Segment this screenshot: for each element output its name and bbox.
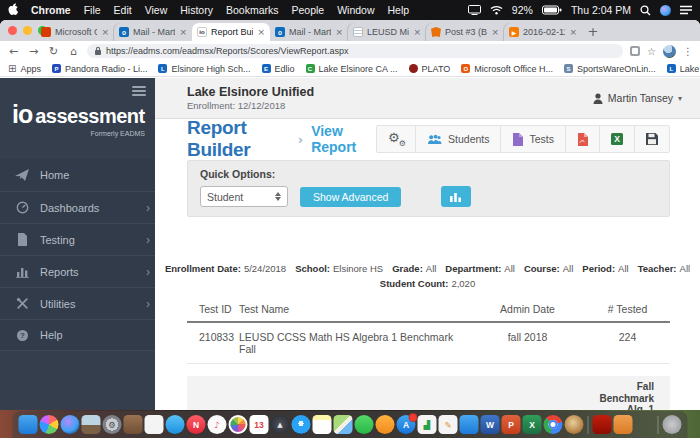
dock-box-icon[interactable]	[614, 415, 633, 434]
dock-gallery-icon[interactable]	[635, 415, 654, 434]
menubar-app-name[interactable]: Chrome	[31, 4, 71, 16]
dock-reminders-icon[interactable]	[145, 415, 164, 434]
extension-icon[interactable]	[630, 46, 640, 56]
dock-acrobat-icon[interactable]	[593, 415, 612, 434]
menu-bookmarks[interactable]: Bookmarks	[226, 4, 279, 16]
menubar-clock[interactable]: Thu 2:04 PM	[571, 4, 631, 16]
dock-rocket-icon[interactable]: ▲	[271, 415, 290, 434]
menu-help[interactable]: Help	[388, 4, 410, 16]
tab-close-icon[interactable]: ×	[569, 27, 577, 37]
dock-contacts-icon[interactable]	[124, 415, 143, 434]
window-minimize-button[interactable]	[23, 26, 32, 35]
menu-edit[interactable]: Edit	[114, 4, 132, 16]
menu-history[interactable]: History	[180, 4, 213, 16]
back-button[interactable]: ←	[7, 46, 20, 57]
dock-notes-icon[interactable]	[313, 415, 332, 434]
notification-center-icon[interactable]	[680, 5, 692, 15]
tab-post-3[interactable]: Post #3 (Bhartia ×	[426, 23, 504, 41]
dock-news-icon[interactable]: N	[187, 415, 206, 434]
dock-messages-icon[interactable]	[166, 415, 185, 434]
spotlight-icon[interactable]	[640, 5, 651, 16]
dock-maps-icon[interactable]	[334, 415, 353, 434]
menu-people[interactable]: People	[291, 4, 324, 16]
tab-close-icon[interactable]: ×	[101, 27, 109, 37]
students-button[interactable]: Students	[415, 126, 500, 152]
dock-photos-icon[interactable]	[229, 415, 248, 434]
tab-close-icon[interactable]: ×	[179, 27, 187, 37]
sidebar-collapse-icon[interactable]	[132, 84, 146, 98]
bookmark-edlio[interactable]: EEdlio	[262, 64, 295, 74]
tab-2016-02-11[interactable]: ▶ 2016-02-11_145 ×	[504, 23, 582, 41]
dock-finder-icon[interactable]	[19, 415, 38, 434]
siri-icon[interactable]	[660, 5, 671, 16]
reload-button[interactable]: ↻	[47, 46, 60, 57]
bookmark-microsoft-office[interactable]: OMicrosoft Office H...	[461, 64, 553, 74]
dock-numbers-icon[interactable]: ▟	[418, 415, 437, 434]
sidebar-item-reports[interactable]: Reports ›	[0, 255, 155, 287]
screen-mirroring-icon[interactable]	[468, 5, 481, 15]
dock-excel-icon[interactable]: X	[523, 415, 542, 434]
sidebar-item-dashboards[interactable]: Dashboards ›	[0, 191, 155, 223]
sidebar-item-home[interactable]: Home	[0, 159, 155, 191]
show-advanced-button[interactable]: Show Advanced	[300, 187, 401, 207]
bookmark-lake-elsinore-ca[interactable]: CLake Elsinore CA ...	[306, 64, 398, 74]
profile-avatar[interactable]	[663, 45, 676, 58]
dock-trash-icon[interactable]	[663, 415, 682, 434]
tab-close-icon[interactable]: ×	[491, 27, 499, 37]
wifi-icon[interactable]	[490, 5, 503, 15]
chart-view-button[interactable]	[441, 186, 471, 207]
dock-safari-icon[interactable]	[292, 415, 311, 434]
export-excel-button[interactable]: X	[599, 126, 634, 152]
dock-photo-icon[interactable]	[82, 415, 101, 434]
address-bar[interactable]: https://eadms.com/eadmsx/Reports/Scores/…	[87, 44, 623, 58]
dock-appstore-icon[interactable]: A	[397, 415, 416, 434]
menu-window[interactable]: Window	[337, 4, 374, 16]
dock-facetime-icon[interactable]	[355, 415, 374, 434]
dock-books-icon[interactable]	[376, 415, 395, 434]
dock-school-app-icon[interactable]	[565, 415, 584, 434]
export-pdf-button[interactable]	[565, 126, 599, 152]
menu-file[interactable]: File	[84, 4, 101, 16]
menu-view[interactable]: View	[145, 4, 168, 16]
dock-launchpad-icon[interactable]	[40, 415, 59, 434]
home-button[interactable]: ⌂	[67, 46, 80, 57]
quick-options-student-select[interactable]: Student	[200, 186, 288, 207]
bookmark-star-icon[interactable]: ☆	[647, 46, 656, 57]
window-close-button[interactable]	[8, 26, 17, 35]
forward-button[interactable]: →	[27, 46, 40, 57]
sidebar-item-help[interactable]: ? Help	[0, 319, 155, 351]
dock-pages-icon[interactable]: ✎	[439, 415, 458, 434]
user-menu[interactable]: Martin Tansey ▾	[593, 92, 682, 104]
sidebar-item-utilities[interactable]: Utilities ›	[0, 287, 155, 319]
dock-chrome-icon[interactable]	[544, 415, 563, 434]
tab-close-icon[interactable]: ×	[413, 27, 421, 37]
tab-microsoft-office[interactable]: Microsoft Office ×	[36, 23, 114, 41]
pandora-favicon: P	[52, 64, 61, 73]
bookmark-elsinore-high[interactable]: LElsinore High Sch...	[158, 64, 250, 74]
new-tab-button[interactable]: +	[582, 23, 604, 41]
browser-menu-icon[interactable]: ⋮	[683, 46, 693, 57]
bookmark-pandora[interactable]: PPandora Radio - Li...	[52, 64, 148, 74]
dock-powerpoint-icon[interactable]: P	[502, 415, 521, 434]
dock-settings-icon[interactable]: ⚙	[103, 415, 122, 434]
dock-siri-icon[interactable]	[61, 415, 80, 434]
tab-mail-1[interactable]: o Mail - Martin Tan ×	[114, 23, 192, 41]
bookmark-apps[interactable]: ⊞ Apps	[8, 63, 41, 74]
tab-leusd-microcred[interactable]: LEUSD MicroCre ×	[348, 23, 426, 41]
bookmark-sportsware[interactable]: SSportsWareOnLin...	[564, 64, 656, 74]
bookmark-plato[interactable]: PLATO	[409, 64, 451, 74]
apple-menu-icon[interactable]	[8, 3, 18, 17]
dock-word-icon[interactable]: W	[481, 415, 500, 434]
dock-music-icon[interactable]: ♪	[208, 415, 227, 434]
tab-mail-2[interactable]: o Mail - Martin Ta ×	[270, 23, 348, 41]
tab-close-icon[interactable]: ×	[257, 27, 265, 37]
save-report-button[interactable]	[634, 126, 669, 152]
bookmark-lake-elsinore-unified[interactable]: LLake Elsinore Unifi...	[667, 64, 700, 74]
dock-calendar-icon[interactable]: 13	[250, 415, 269, 434]
tab-report-builder[interactable]: io Report Builder ×	[192, 23, 270, 41]
sidebar-item-testing[interactable]: Testing ›	[0, 223, 155, 255]
tests-button[interactable]: Tests	[500, 126, 565, 152]
dock-keynote-icon[interactable]	[460, 415, 479, 434]
report-settings-button[interactable]: ⚙⚙	[377, 126, 415, 152]
tab-close-icon[interactable]: ×	[335, 27, 343, 37]
